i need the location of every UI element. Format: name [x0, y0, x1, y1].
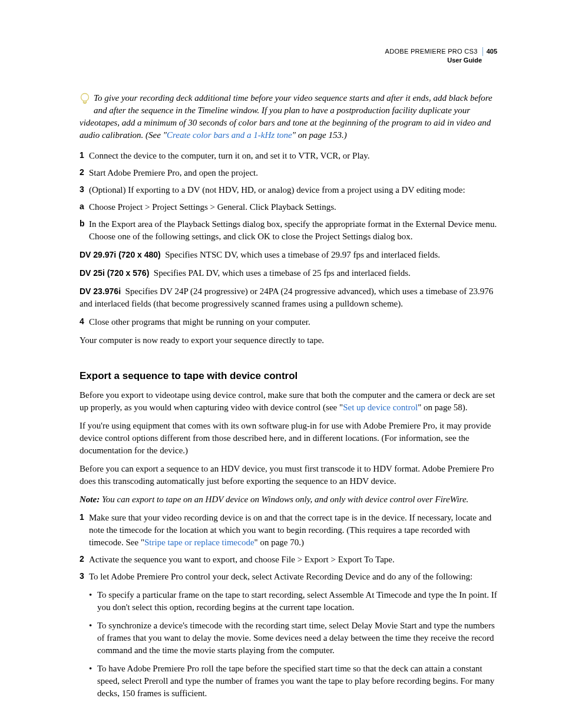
step-text: Start Adobe Premiere Pro, and open the p… [89, 168, 258, 177]
def-body: Specifies NTSC DV, which uses a timebase… [165, 250, 440, 259]
s2-step-3: 3 To let Adobe Premiere Pro control your… [80, 571, 497, 583]
p1-link[interactable]: Set up device control [343, 403, 418, 412]
def-term: DV 23.976i [80, 286, 121, 296]
step-b: b In the Export area of the Playback Set… [80, 218, 497, 243]
step-text: In the Export area of the Playback Setti… [89, 219, 497, 241]
bullet-text: To synchronize a device's timecode with … [97, 621, 495, 655]
step-text: Activate the sequence you want to export… [89, 555, 395, 564]
s2-step1-after: " on page 70.) [254, 538, 304, 547]
def-body: Specifies PAL DV, which uses a timebase … [154, 268, 411, 278]
bullet-text: To have Adobe Premiere Pro roll the tape… [97, 664, 494, 698]
note: Note: You can export to tape on an HDV d… [80, 493, 497, 506]
page-number: 405 [482, 47, 497, 56]
note-label: Note: [80, 495, 100, 504]
s2-step-2: 2 Activate the sequence you want to expo… [80, 554, 497, 566]
paragraph: If you're using equipment that comes wit… [80, 420, 497, 457]
step-number: 1 [80, 512, 84, 523]
s2-step1-link[interactable]: Stripe tape or replace timecode [144, 538, 254, 547]
step-number: 3 [80, 571, 84, 582]
tip-text: To give your recording deck additional t… [80, 93, 492, 140]
ready-paragraph: Your computer is now ready to export you… [80, 334, 497, 347]
step-text: Choose Project > Project Settings > Gene… [89, 202, 336, 212]
svg-point-0 [81, 93, 89, 101]
step-text: To let Adobe Premiere Pro control your d… [89, 572, 472, 581]
s2-step-1: 1 Make sure that your video recording de… [80, 512, 497, 549]
note-text: You can export to tape on an HDV device … [100, 495, 468, 504]
tip-block: To give your recording deck additional t… [80, 92, 497, 141]
step-a: a Choose Project > Project Settings > Ge… [80, 201, 497, 213]
paragraph: Before you export to videotape using dev… [80, 389, 497, 414]
definition: DV 25i (720 x 576) Specifies PAL DV, whi… [80, 267, 497, 279]
step-number: 2 [80, 554, 84, 565]
tip-link[interactable]: Create color bars and a 1-kHz tone [167, 130, 292, 140]
step-text: Close other programs that might be runni… [89, 317, 310, 327]
bullet-mark: • [89, 663, 92, 675]
bullet-item: • To specify a particular frame on the t… [89, 589, 497, 614]
def-term: DV 25i (720 x 576) [80, 268, 149, 278]
step-number: 3 [80, 184, 84, 196]
definition: DV 23.976i Specifies DV 24P (24 progress… [80, 285, 497, 310]
step-letter: b [80, 218, 85, 230]
tip-text-after: " on page 153.) [292, 130, 347, 140]
bullet-item: • To have Adobe Premiere Pro roll the ta… [89, 663, 497, 700]
bullet-item: • To synchronize a device's timecode wit… [89, 620, 497, 657]
page-header: ADOBE PREMIERE PRO CS3 405 User Guide [80, 47, 497, 65]
paragraph: Before you can export a sequence to an H… [80, 463, 497, 487]
step-letter: a [80, 201, 84, 213]
section-heading: Export a sequence to tape with device co… [80, 369, 497, 383]
step-4: 4 Close other programs that might be run… [80, 316, 497, 328]
step-2: 2 Start Adobe Premiere Pro, and open the… [80, 167, 497, 179]
step-text: (Optional) If exporting to a DV (not HDV… [89, 185, 465, 195]
step-text: Make sure that your video recording devi… [89, 513, 491, 547]
def-body: Specifies DV 24P (24 progressive) or 24P… [80, 286, 493, 308]
bullet-text: To specify a particular frame on the tap… [97, 590, 497, 612]
lightbulb-icon [80, 93, 90, 110]
bullet-mark: • [89, 589, 92, 601]
step-number: 4 [80, 316, 84, 328]
bullet-mark: • [89, 620, 92, 632]
step-1: 1 Connect the device to the computer, tu… [80, 150, 497, 162]
header-product: ADOBE PREMIERE PRO CS3 [385, 47, 478, 56]
step-number: 1 [80, 150, 84, 162]
step-3: 3 (Optional) If exporting to a DV (not H… [80, 184, 497, 196]
definition: DV 29.97i (720 x 480) Specifies NTSC DV,… [80, 249, 497, 261]
p1-after: " on page 58). [418, 403, 467, 412]
step-number: 2 [80, 167, 84, 179]
def-term: DV 29.97i (720 x 480) [80, 250, 161, 259]
step-text: Connect the device to the computer, turn… [89, 151, 370, 160]
header-subtitle: User Guide [80, 56, 482, 65]
